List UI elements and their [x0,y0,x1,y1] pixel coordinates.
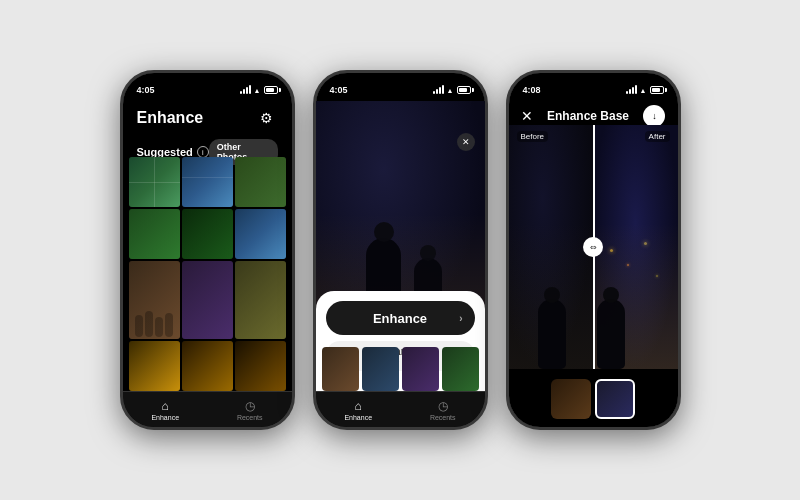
photo-cell[interactable] [129,341,180,391]
enhance-title-1: Enhance [137,109,204,127]
wifi-icon-2: ▲ [447,87,454,94]
wifi-icon-3: ▲ [640,87,647,94]
before-after-view: ⇔ Before After [509,125,678,369]
photo-grid-1 [129,157,286,391]
home-icon: ⌂ [162,399,169,413]
p3-thumb-1[interactable] [551,379,591,419]
status-bar-2: 4:05 ▲ [316,73,485,101]
after-label: After [645,131,670,142]
nav-recents[interactable]: ◷ Recents [237,399,263,421]
enhance-button-label: Enhance [373,311,427,326]
phone-2: 4:05 ▲ Enhance ⚙ Sugges [313,70,488,430]
thumb-3[interactable] [402,347,439,391]
photo-cell[interactable] [182,261,233,339]
nav-enhance-label: Enhance [151,414,179,421]
photo-cell[interactable] [235,209,286,259]
status-bar-3: 4:08 ▲ [509,73,678,101]
before-panel [509,125,594,369]
status-time-2: 4:05 [330,85,348,95]
before-after-inner: ⇔ Before After [509,125,678,369]
after-panel [593,125,678,369]
photo-cell[interactable] [182,157,233,207]
home-icon-2: ⌂ [355,399,362,413]
bottom-nav-2: ⌂ Enhance ◷ Recents [316,391,485,427]
p3-thumbnails [551,379,635,419]
gear-icon[interactable]: ⚙ [256,107,278,129]
photo-cell[interactable] [129,157,180,207]
photo-cell[interactable] [129,261,180,339]
close-button-preview[interactable]: ✕ [457,133,475,151]
nav-enhance[interactable]: ⌂ Enhance [151,399,179,421]
close-button-3[interactable]: ✕ [521,108,533,124]
phone-1-header: Enhance ⚙ [123,101,292,133]
before-label: Before [517,131,549,142]
bottom-nav-1: ⌂ Enhance ◷ Recents [123,391,292,427]
photo-cell[interactable] [182,209,233,259]
status-icons-3: ▲ [626,86,664,94]
phone-3: 4:08 ▲ ✕ Enhance Base ↓ [506,70,681,430]
status-icons-1: ▲ [240,86,278,94]
nav-recents-label: Recents [237,414,263,421]
battery-icon-2 [457,86,471,94]
before-after-handle[interactable]: ⇔ [583,237,603,257]
recents-icon-2: ◷ [438,399,448,413]
thumb-4[interactable] [442,347,479,391]
nav-recents-2[interactable]: ◷ Recents [430,399,456,421]
nav-enhance-2[interactable]: ⌂ Enhance [344,399,372,421]
phones-container: 4:05 ▲ Enhance ⚙ Sugges [120,70,681,430]
recents-icon: ◷ [245,399,255,413]
wifi-icon: ▲ [254,87,261,94]
battery-icon [264,86,278,94]
photo-cell[interactable] [235,341,286,391]
phone-1: 4:05 ▲ Enhance ⚙ Sugges [120,70,295,430]
phone-3-screen: 4:08 ▲ ✕ Enhance Base ↓ [509,73,678,427]
phone-1-screen: 4:05 ▲ Enhance ⚙ Sugges [123,73,292,427]
status-bar-1: 4:05 ▲ [123,73,292,101]
photo-cell[interactable] [235,157,286,207]
status-icons-2: ▲ [433,86,471,94]
battery-icon-3 [650,86,664,94]
nav-enhance-label-2: Enhance [344,414,372,421]
p3-thumb-2[interactable] [595,379,635,419]
signal-icon [240,86,251,94]
enhance-button[interactable]: Enhance › [326,301,475,335]
status-time-1: 4:05 [137,85,155,95]
download-button[interactable]: ↓ [643,105,665,127]
photo-cell[interactable] [235,261,286,339]
signal-icon-3 [626,86,637,94]
phone-2-screen: 4:05 ▲ Enhance ⚙ Sugges [316,73,485,427]
thumb-1[interactable] [322,347,359,391]
status-time-3: 4:08 [523,85,541,95]
enhance-chevron: › [459,313,462,324]
nav-recents-label-2: Recents [430,414,456,421]
photo-cell[interactable] [129,209,180,259]
enhance-base-title: Enhance Base [547,109,629,123]
signal-icon-2 [433,86,444,94]
photo-cell[interactable] [182,341,233,391]
thumbnail-row [322,347,479,391]
thumb-2[interactable] [362,347,399,391]
